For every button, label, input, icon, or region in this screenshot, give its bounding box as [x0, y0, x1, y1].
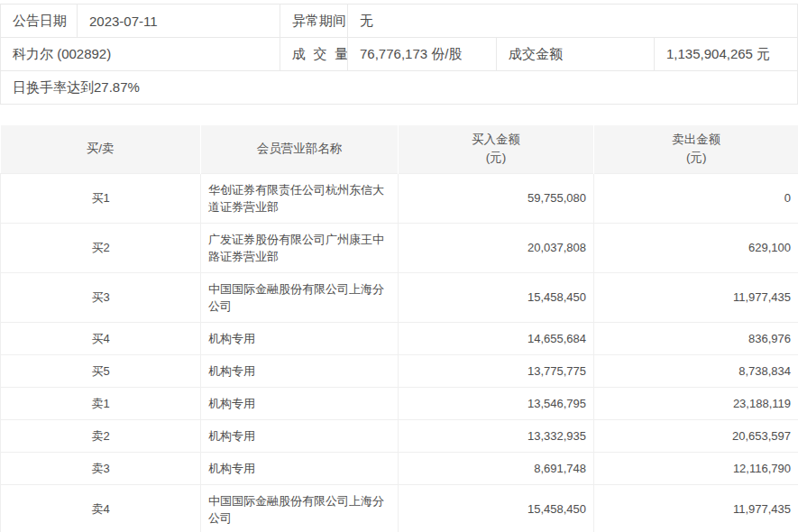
sell-amount-cell: 836,976: [594, 322, 798, 354]
table-row: 买4 机构专用 14,655,684 836,976: [1, 322, 798, 354]
stock-name: 科力尔 (002892): [1, 38, 280, 71]
announce-date-value: 2023-07-11: [78, 5, 280, 38]
sell-amount-header-line1: 卖出金额: [595, 131, 798, 149]
dept-cell: 机构专用: [201, 419, 399, 452]
volume-label-text: 成交量: [292, 46, 348, 63]
table-row: 卖2 机构专用 13,332,935 20,653,597: [1, 419, 798, 452]
dept-cell: 中国国际金融股份有限公司上海分公司: [201, 272, 399, 322]
dept-cell: 华创证券有限责任公司杭州东信大道证券营业部: [201, 173, 399, 223]
buy-amount-header-line1: 买入金额: [399, 131, 592, 149]
announce-date-label: 公告日期: [1, 5, 78, 38]
buy-amount-cell: 13,775,775: [399, 354, 594, 387]
volume-label: 成交量: [280, 38, 348, 71]
lhb-table: 买/卖 会员营业部名称 买入金额 (元) 卖出金额 (元) 买1 华创证券有限责…: [0, 125, 798, 532]
sell-amount-cell: 11,977,435: [594, 272, 798, 322]
table-row: 卖3 机构专用 8,691,748 12,116,790: [1, 452, 798, 484]
summary-row-reason: 日换手率达到27.87%: [1, 71, 798, 105]
column-header-dept: 会员营业部名称: [201, 125, 399, 173]
table-row: 买5 机构专用 13,775,775 8,738,834: [1, 354, 798, 387]
abnormal-period-value: 无: [348, 5, 798, 38]
table-row: 卖4 中国国际金融股份有限公司上海分公司 15,458,450 11,977,4…: [1, 484, 798, 532]
rank-cell: 卖2: [1, 419, 201, 452]
buy-amount-cell: 13,332,935: [399, 419, 594, 452]
sell-amount-cell: 629,100: [594, 223, 798, 272]
buy-amount-cell: 15,458,450: [399, 272, 594, 322]
table-row: 卖1 机构专用 13,546,795 23,188,119: [1, 387, 798, 419]
dept-cell: 广发证券股份有限公司广州康王中路证券营业部: [201, 223, 399, 272]
buy-amount-cell: 15,458,450: [399, 484, 594, 532]
column-header-sell-amount: 卖出金额 (元): [594, 125, 798, 173]
sell-amount-cell: 11,977,435: [594, 484, 798, 532]
lhb-table-header: 买/卖 会员营业部名称 买入金额 (元) 卖出金额 (元): [1, 125, 798, 173]
buy-amount-header-line2: (元): [399, 149, 592, 167]
rank-cell: 卖3: [1, 452, 201, 484]
sell-amount-cell: 8,738,834: [594, 354, 798, 387]
table-row: 买2 广发证券股份有限公司广州康王中路证券营业部 20,037,808 629,…: [1, 223, 798, 272]
summary-row-date: 公告日期 2023-07-11 异常期间 无: [1, 5, 798, 38]
rank-cell: 买5: [1, 354, 201, 387]
dept-cell: 机构专用: [201, 452, 399, 484]
buy-amount-cell: 14,655,684: [399, 322, 594, 354]
buy-amount-cell: 8,691,748: [399, 452, 594, 484]
abnormal-period-label: 异常期间: [280, 5, 348, 38]
rank-cell: 买2: [1, 223, 201, 272]
volume-value: 76,776,173 份/股: [348, 38, 497, 71]
rank-cell: 买3: [1, 272, 201, 322]
table-row: 买3 中国国际金融股份有限公司上海分公司 15,458,450 11,977,4…: [1, 272, 798, 322]
rank-cell: 卖4: [1, 484, 201, 532]
buy-amount-cell: 59,755,080: [399, 173, 594, 223]
dept-cell: 中国国际金融股份有限公司上海分公司: [201, 484, 399, 532]
buy-amount-cell: 13,546,795: [399, 387, 594, 419]
sell-amount-cell: 0: [594, 173, 798, 223]
sell-amount-cell: 12,116,790: [594, 452, 798, 484]
sell-amount-cell: 20,653,597: [594, 419, 798, 452]
lhb-table-body: 买1 华创证券有限责任公司杭州东信大道证券营业部 59,755,080 0 买2…: [1, 173, 798, 532]
rank-cell: 买4: [1, 322, 201, 354]
column-header-buy-amount: 买入金额 (元): [399, 125, 594, 173]
column-header-rank: 买/卖: [1, 125, 201, 173]
turnover-label: 成交金额: [497, 38, 655, 71]
summary-row-stock: 科力尔 (002892) 成交量 76,776,173 份/股 成交金额 1,1…: [1, 38, 798, 71]
dept-cell: 机构专用: [201, 322, 399, 354]
list-reason-text: 日换手率达到27.87%: [1, 71, 798, 105]
dept-cell: 机构专用: [201, 387, 399, 419]
dept-cell: 机构专用: [201, 354, 399, 387]
summary-table: 公告日期 2023-07-11 异常期间 无 科力尔 (002892) 成交量 …: [0, 4, 798, 105]
sell-amount-cell: 23,188,119: [594, 387, 798, 419]
sell-amount-header-line2: (元): [595, 149, 798, 167]
rank-cell: 买1: [1, 173, 201, 223]
buy-amount-cell: 20,037,808: [399, 223, 594, 272]
lhb-page: 公告日期 2023-07-11 异常期间 无 科力尔 (002892) 成交量 …: [0, 0, 798, 532]
rank-cell: 卖1: [1, 387, 201, 419]
turnover-value: 1,135,904,265 元: [655, 38, 798, 71]
table-row: 买1 华创证券有限责任公司杭州东信大道证券营业部 59,755,080 0: [1, 173, 798, 223]
